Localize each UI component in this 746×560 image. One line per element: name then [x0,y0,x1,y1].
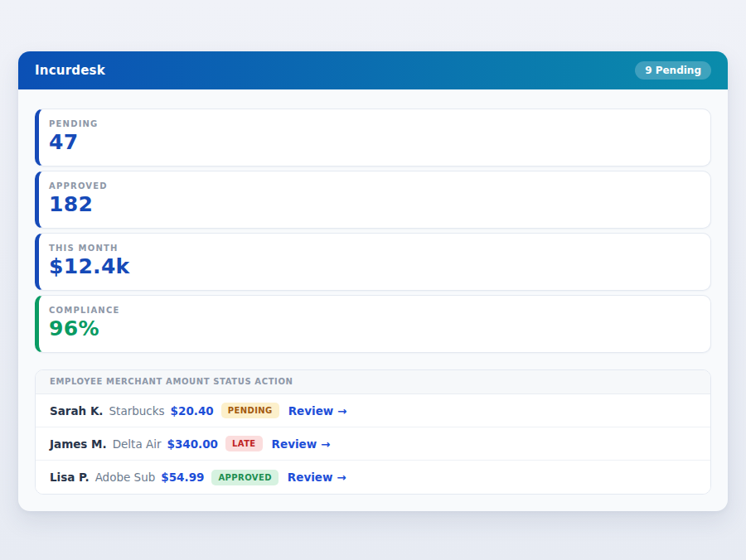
employee-name: James M. [50,437,107,451]
review-link[interactable]: Review → [288,404,347,418]
stat-card: PENDING 47 [35,109,711,167]
stat-label: COMPLIANCE [49,306,697,315]
employee-name: Sarah K. [50,404,104,418]
amount-value: $340.00 [167,437,219,451]
table-header-cell: MERCHANT [106,377,162,386]
table-header-row: EMPLOYEE MERCHANT AMOUNT STATUS ACTION [36,370,710,394]
stat-label: PENDING [49,119,697,128]
stat-value: 47 [49,130,697,154]
review-link[interactable]: Review → [272,437,331,451]
stat-value: $12.4k [49,254,697,278]
merchant-name: Starbucks [109,404,165,418]
stat-value: 96% [49,316,697,340]
table-header-cell: STATUS [213,377,251,386]
merchant-name: Adobe Sub [95,471,156,484]
employee-name: Lisa P. [50,471,90,484]
table-row: Sarah K. Starbucks $20.40 PENDING Review… [36,394,710,427]
status-badge: APPROVED [211,470,278,485]
stat-value: 182 [49,192,697,216]
dashboard-content: PENDING 47 APPROVED 182 THIS MONTH $12.4… [18,89,728,495]
expenses-table: EMPLOYEE MERCHANT AMOUNT STATUS ACTION S… [35,369,711,495]
review-link[interactable]: Review → [288,471,346,484]
stat-label: THIS MONTH [49,244,697,253]
table-row: Lisa P. Adobe Sub $54.99 APPROVED Review… [36,461,710,494]
app-header: Incurdesk 9 Pending [18,51,728,89]
dashboard-card: Incurdesk 9 Pending PENDING 47 APPROVED … [18,51,728,511]
merchant-name: Delta Air [113,437,162,451]
table-row: James M. Delta Air $340.00 LATE Review → [36,427,710,461]
stat-label: APPROVED [49,181,697,191]
amount-value: $54.99 [161,471,204,484]
amount-value: $20.40 [171,404,214,418]
status-badge: PENDING [221,403,279,418]
table-header-cell: AMOUNT [166,377,210,386]
table-header-cell: EMPLOYEE [50,377,103,386]
app-title: Incurdesk [35,63,105,78]
stat-card: COMPLIANCE 96% [35,295,711,353]
stat-card: APPROVED 182 [35,171,711,229]
table-header-cell: ACTION [254,377,293,386]
status-badge: LATE [225,436,263,451]
stats-section: PENDING 47 APPROVED 182 THIS MONTH $12.4… [35,109,711,353]
pending-count-badge[interactable]: 9 Pending [635,61,711,80]
stat-card: THIS MONTH $12.4k [35,233,711,291]
